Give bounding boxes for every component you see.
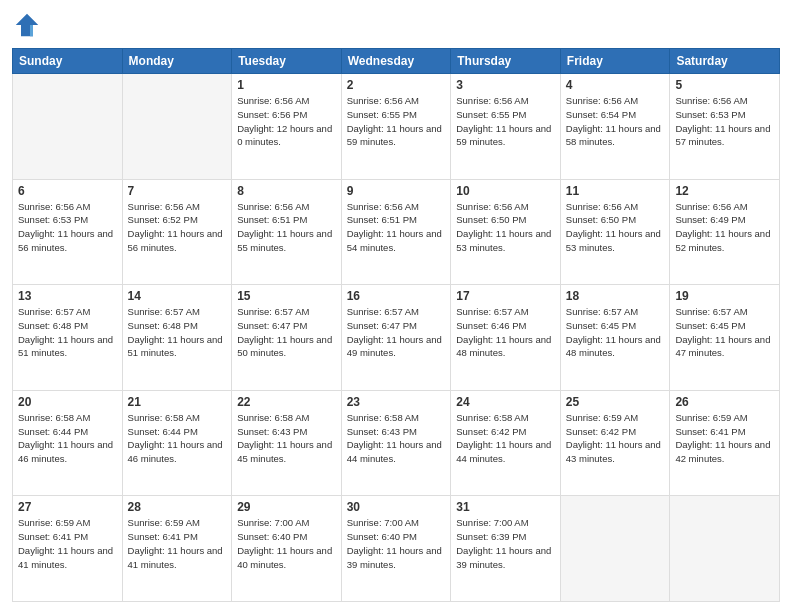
day-header-wednesday: Wednesday xyxy=(341,49,451,74)
day-header-tuesday: Tuesday xyxy=(232,49,342,74)
calendar-page: SundayMondayTuesdayWednesdayThursdayFrid… xyxy=(0,0,792,612)
day-number: 3 xyxy=(456,78,555,92)
calendar-cell: 18Sunrise: 6:57 AMSunset: 6:45 PMDayligh… xyxy=(560,285,670,391)
calendar-cell xyxy=(670,496,780,602)
calendar-cell: 23Sunrise: 6:58 AMSunset: 6:43 PMDayligh… xyxy=(341,390,451,496)
week-row-3: 13Sunrise: 6:57 AMSunset: 6:48 PMDayligh… xyxy=(13,285,780,391)
calendar-cell: 11Sunrise: 6:56 AMSunset: 6:50 PMDayligh… xyxy=(560,179,670,285)
week-row-5: 27Sunrise: 6:59 AMSunset: 6:41 PMDayligh… xyxy=(13,496,780,602)
day-number: 31 xyxy=(456,500,555,514)
day-number: 24 xyxy=(456,395,555,409)
day-header-saturday: Saturday xyxy=(670,49,780,74)
day-number: 7 xyxy=(128,184,227,198)
day-header-sunday: Sunday xyxy=(13,49,123,74)
day-info: Sunrise: 6:59 AMSunset: 6:41 PMDaylight:… xyxy=(18,516,117,571)
calendar-cell: 8Sunrise: 6:56 AMSunset: 6:51 PMDaylight… xyxy=(232,179,342,285)
day-number: 23 xyxy=(347,395,446,409)
day-info: Sunrise: 6:57 AMSunset: 6:46 PMDaylight:… xyxy=(456,305,555,360)
day-number: 12 xyxy=(675,184,774,198)
calendar-cell: 24Sunrise: 6:58 AMSunset: 6:42 PMDayligh… xyxy=(451,390,561,496)
calendar-cell: 7Sunrise: 6:56 AMSunset: 6:52 PMDaylight… xyxy=(122,179,232,285)
day-info: Sunrise: 6:57 AMSunset: 6:47 PMDaylight:… xyxy=(237,305,336,360)
calendar-cell: 19Sunrise: 6:57 AMSunset: 6:45 PMDayligh… xyxy=(670,285,780,391)
day-number: 1 xyxy=(237,78,336,92)
day-info: Sunrise: 6:57 AMSunset: 6:47 PMDaylight:… xyxy=(347,305,446,360)
day-info: Sunrise: 6:58 AMSunset: 6:43 PMDaylight:… xyxy=(237,411,336,466)
calendar-cell: 4Sunrise: 6:56 AMSunset: 6:54 PMDaylight… xyxy=(560,74,670,180)
day-number: 18 xyxy=(566,289,665,303)
week-row-2: 6Sunrise: 6:56 AMSunset: 6:53 PMDaylight… xyxy=(13,179,780,285)
calendar-cell: 30Sunrise: 7:00 AMSunset: 6:40 PMDayligh… xyxy=(341,496,451,602)
day-header-thursday: Thursday xyxy=(451,49,561,74)
day-number: 15 xyxy=(237,289,336,303)
calendar-cell: 25Sunrise: 6:59 AMSunset: 6:42 PMDayligh… xyxy=(560,390,670,496)
day-info: Sunrise: 6:56 AMSunset: 6:50 PMDaylight:… xyxy=(456,200,555,255)
day-info: Sunrise: 6:56 AMSunset: 6:56 PMDaylight:… xyxy=(237,94,336,149)
day-number: 4 xyxy=(566,78,665,92)
day-info: Sunrise: 6:57 AMSunset: 6:45 PMDaylight:… xyxy=(675,305,774,360)
day-info: Sunrise: 6:56 AMSunset: 6:55 PMDaylight:… xyxy=(347,94,446,149)
day-info: Sunrise: 7:00 AMSunset: 6:40 PMDaylight:… xyxy=(347,516,446,571)
day-info: Sunrise: 6:56 AMSunset: 6:52 PMDaylight:… xyxy=(128,200,227,255)
calendar-cell: 21Sunrise: 6:58 AMSunset: 6:44 PMDayligh… xyxy=(122,390,232,496)
calendar-cell: 1Sunrise: 6:56 AMSunset: 6:56 PMDaylight… xyxy=(232,74,342,180)
day-info: Sunrise: 7:00 AMSunset: 6:39 PMDaylight:… xyxy=(456,516,555,571)
day-info: Sunrise: 6:56 AMSunset: 6:53 PMDaylight:… xyxy=(675,94,774,149)
day-number: 5 xyxy=(675,78,774,92)
calendar-cell: 15Sunrise: 6:57 AMSunset: 6:47 PMDayligh… xyxy=(232,285,342,391)
day-number: 29 xyxy=(237,500,336,514)
day-info: Sunrise: 6:59 AMSunset: 6:42 PMDaylight:… xyxy=(566,411,665,466)
calendar-cell: 27Sunrise: 6:59 AMSunset: 6:41 PMDayligh… xyxy=(13,496,123,602)
day-info: Sunrise: 6:56 AMSunset: 6:51 PMDaylight:… xyxy=(347,200,446,255)
logo-icon xyxy=(12,10,42,40)
day-number: 9 xyxy=(347,184,446,198)
day-info: Sunrise: 6:58 AMSunset: 6:42 PMDaylight:… xyxy=(456,411,555,466)
day-info: Sunrise: 6:57 AMSunset: 6:48 PMDaylight:… xyxy=(18,305,117,360)
week-row-4: 20Sunrise: 6:58 AMSunset: 6:44 PMDayligh… xyxy=(13,390,780,496)
day-info: Sunrise: 6:59 AMSunset: 6:41 PMDaylight:… xyxy=(128,516,227,571)
day-number: 10 xyxy=(456,184,555,198)
svg-marker-0 xyxy=(16,14,39,37)
day-number: 25 xyxy=(566,395,665,409)
day-number: 19 xyxy=(675,289,774,303)
day-number: 8 xyxy=(237,184,336,198)
header xyxy=(12,10,780,40)
day-info: Sunrise: 6:58 AMSunset: 6:44 PMDaylight:… xyxy=(128,411,227,466)
day-info: Sunrise: 6:56 AMSunset: 6:50 PMDaylight:… xyxy=(566,200,665,255)
calendar-cell xyxy=(13,74,123,180)
day-number: 20 xyxy=(18,395,117,409)
days-header-row: SundayMondayTuesdayWednesdayThursdayFrid… xyxy=(13,49,780,74)
calendar-cell: 3Sunrise: 6:56 AMSunset: 6:55 PMDaylight… xyxy=(451,74,561,180)
day-info: Sunrise: 6:57 AMSunset: 6:45 PMDaylight:… xyxy=(566,305,665,360)
day-number: 2 xyxy=(347,78,446,92)
calendar-cell: 14Sunrise: 6:57 AMSunset: 6:48 PMDayligh… xyxy=(122,285,232,391)
day-info: Sunrise: 6:57 AMSunset: 6:48 PMDaylight:… xyxy=(128,305,227,360)
day-number: 28 xyxy=(128,500,227,514)
day-info: Sunrise: 6:56 AMSunset: 6:49 PMDaylight:… xyxy=(675,200,774,255)
calendar-cell: 16Sunrise: 6:57 AMSunset: 6:47 PMDayligh… xyxy=(341,285,451,391)
day-info: Sunrise: 6:59 AMSunset: 6:41 PMDaylight:… xyxy=(675,411,774,466)
day-info: Sunrise: 6:56 AMSunset: 6:55 PMDaylight:… xyxy=(456,94,555,149)
day-number: 21 xyxy=(128,395,227,409)
calendar-cell: 5Sunrise: 6:56 AMSunset: 6:53 PMDaylight… xyxy=(670,74,780,180)
calendar-cell: 13Sunrise: 6:57 AMSunset: 6:48 PMDayligh… xyxy=(13,285,123,391)
week-row-1: 1Sunrise: 6:56 AMSunset: 6:56 PMDaylight… xyxy=(13,74,780,180)
calendar-cell xyxy=(560,496,670,602)
day-number: 6 xyxy=(18,184,117,198)
day-info: Sunrise: 6:56 AMSunset: 6:51 PMDaylight:… xyxy=(237,200,336,255)
calendar-table: SundayMondayTuesdayWednesdayThursdayFrid… xyxy=(12,48,780,602)
calendar-cell: 12Sunrise: 6:56 AMSunset: 6:49 PMDayligh… xyxy=(670,179,780,285)
day-number: 17 xyxy=(456,289,555,303)
calendar-cell: 6Sunrise: 6:56 AMSunset: 6:53 PMDaylight… xyxy=(13,179,123,285)
day-info: Sunrise: 7:00 AMSunset: 6:40 PMDaylight:… xyxy=(237,516,336,571)
day-number: 30 xyxy=(347,500,446,514)
calendar-cell: 22Sunrise: 6:58 AMSunset: 6:43 PMDayligh… xyxy=(232,390,342,496)
calendar-cell: 10Sunrise: 6:56 AMSunset: 6:50 PMDayligh… xyxy=(451,179,561,285)
logo xyxy=(12,10,46,40)
day-number: 16 xyxy=(347,289,446,303)
day-info: Sunrise: 6:58 AMSunset: 6:44 PMDaylight:… xyxy=(18,411,117,466)
day-number: 14 xyxy=(128,289,227,303)
calendar-cell: 31Sunrise: 7:00 AMSunset: 6:39 PMDayligh… xyxy=(451,496,561,602)
calendar-cell: 9Sunrise: 6:56 AMSunset: 6:51 PMDaylight… xyxy=(341,179,451,285)
calendar-cell: 26Sunrise: 6:59 AMSunset: 6:41 PMDayligh… xyxy=(670,390,780,496)
